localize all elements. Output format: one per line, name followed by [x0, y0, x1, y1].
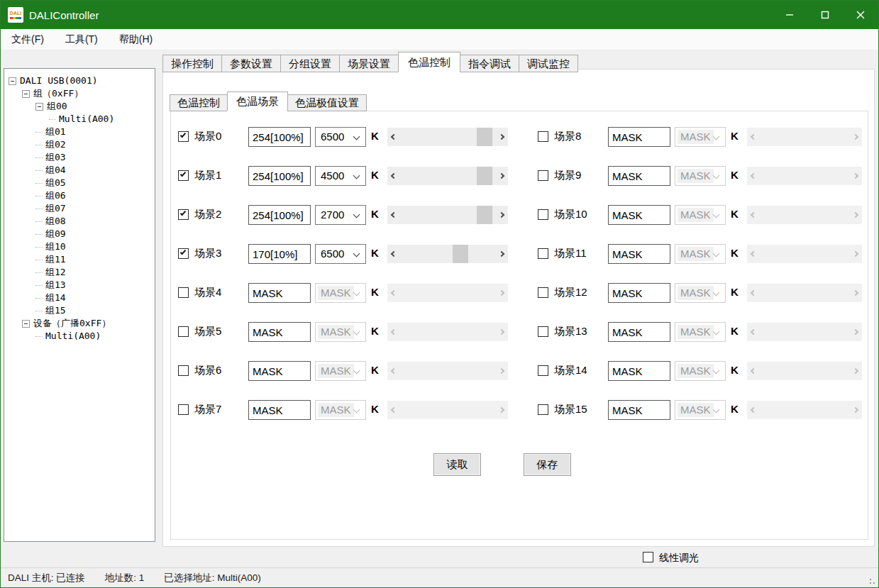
- main-tab[interactable]: 操作控制: [162, 55, 222, 72]
- scene-colortemp-select[interactable]: 6500: [315, 244, 366, 264]
- scene-checkbox[interactable]: [178, 131, 189, 142]
- scene-level-scrollbar[interactable]: [387, 245, 508, 263]
- scene-checkbox[interactable]: [178, 170, 189, 181]
- tree-node[interactable]: 组07: [4, 202, 155, 215]
- scroll-right-icon[interactable]: [850, 245, 862, 263]
- tree-node[interactable]: 组04: [4, 164, 155, 177]
- scroll-left-icon[interactable]: [747, 284, 759, 302]
- tree-node[interactable]: 组10: [4, 240, 155, 253]
- scene-level-input[interactable]: [248, 166, 311, 186]
- scene-level-scrollbar[interactable]: [387, 323, 508, 341]
- scene-level-input[interactable]: [248, 400, 311, 420]
- scene-level-scrollbar[interactable]: [747, 401, 862, 419]
- scroll-left-icon[interactable]: [747, 401, 759, 419]
- scroll-right-icon[interactable]: [496, 206, 508, 224]
- scroll-right-icon[interactable]: [850, 206, 862, 224]
- scene-level-input[interactable]: [608, 400, 670, 420]
- scene-checkbox[interactable]: [178, 287, 189, 298]
- scene-level-scrollbar[interactable]: [747, 323, 862, 341]
- scene-level-input[interactable]: [608, 205, 670, 225]
- scene-level-input[interactable]: [248, 244, 311, 264]
- scene-colortemp-select[interactable]: MASK: [675, 322, 726, 342]
- scene-colortemp-select[interactable]: MASK: [675, 244, 726, 264]
- menu-item[interactable]: 文件(F): [1, 29, 55, 50]
- scene-level-scrollbar[interactable]: [747, 206, 862, 224]
- scroll-left-icon[interactable]: [387, 206, 399, 224]
- scroll-left-icon[interactable]: [747, 362, 759, 380]
- scroll-left-icon[interactable]: [747, 245, 759, 263]
- menu-item[interactable]: 帮助(H): [109, 29, 163, 50]
- scene-level-input[interactable]: [608, 361, 670, 381]
- scene-checkbox[interactable]: [178, 248, 189, 259]
- scene-checkbox[interactable]: [538, 287, 548, 298]
- close-button[interactable]: [843, 1, 878, 29]
- scroll-left-icon[interactable]: [387, 167, 399, 185]
- scene-level-scrollbar[interactable]: [387, 284, 508, 302]
- scene-checkbox[interactable]: [538, 326, 548, 337]
- maximize-button[interactable]: [807, 1, 843, 29]
- tree-node[interactable]: 组00: [4, 100, 155, 113]
- scene-level-scrollbar[interactable]: [747, 167, 862, 185]
- tree-node[interactable]: 设备（广播0xFF）: [4, 317, 155, 330]
- tree-node[interactable]: DALI USB(0001): [4, 74, 155, 87]
- scene-checkbox[interactable]: [538, 404, 548, 415]
- scroll-left-icon[interactable]: [387, 284, 399, 302]
- scene-level-input[interactable]: [248, 283, 311, 303]
- scene-level-scrollbar[interactable]: [747, 245, 862, 263]
- scene-level-input[interactable]: [248, 361, 311, 381]
- tree-node[interactable]: 组（0xFF）: [4, 87, 155, 100]
- scrollbar-thumb[interactable]: [477, 128, 492, 146]
- tree-node[interactable]: 组14: [4, 292, 155, 304]
- minimize-button[interactable]: [772, 1, 807, 29]
- scene-colortemp-select[interactable]: 4500: [315, 166, 366, 186]
- scroll-left-icon[interactable]: [747, 167, 759, 185]
- save-button[interactable]: 保存: [524, 453, 571, 476]
- scene-level-input[interactable]: [608, 166, 670, 186]
- tree-node[interactable]: 组12: [4, 266, 155, 279]
- scene-level-scrollbar[interactable]: [387, 167, 508, 185]
- scene-colortemp-select[interactable]: MASK: [675, 205, 726, 225]
- scroll-left-icon[interactable]: [387, 323, 399, 341]
- scene-checkbox[interactable]: [178, 326, 189, 337]
- tree-node[interactable]: 组06: [4, 189, 155, 202]
- tree-node[interactable]: 组09: [4, 228, 155, 240]
- scroll-right-icon[interactable]: [850, 128, 862, 146]
- tree-node[interactable]: 组01: [4, 126, 155, 138]
- main-tab[interactable]: 分组设置: [280, 55, 340, 72]
- tree-expander-minus-icon[interactable]: [22, 320, 30, 328]
- scene-level-input[interactable]: [248, 205, 311, 225]
- tree-node[interactable]: Multi(A00): [4, 330, 155, 343]
- scroll-right-icon[interactable]: [850, 323, 862, 341]
- main-tab[interactable]: 场景设置: [339, 55, 399, 72]
- scene-level-input[interactable]: [608, 322, 670, 342]
- scene-checkbox[interactable]: [538, 131, 548, 142]
- scroll-right-icon[interactable]: [850, 362, 862, 380]
- linear-dimming-checkbox[interactable]: [643, 552, 653, 562]
- scene-checkbox[interactable]: [178, 404, 189, 415]
- scene-colortemp-select[interactable]: MASK: [675, 361, 726, 381]
- scene-level-scrollbar[interactable]: [387, 401, 508, 419]
- scroll-right-icon[interactable]: [850, 401, 862, 419]
- tree-expander-minus-icon[interactable]: [9, 77, 16, 85]
- scene-level-scrollbar[interactable]: [747, 362, 862, 380]
- scroll-right-icon[interactable]: [496, 401, 508, 419]
- scene-level-scrollbar[interactable]: [747, 128, 862, 146]
- scene-level-input[interactable]: [608, 283, 670, 303]
- scene-checkbox[interactable]: [538, 365, 548, 376]
- scroll-right-icon[interactable]: [496, 284, 508, 302]
- tree-node[interactable]: 组03: [4, 151, 155, 164]
- scroll-right-icon[interactable]: [850, 284, 862, 302]
- scroll-left-icon[interactable]: [747, 206, 759, 224]
- scroll-left-icon[interactable]: [387, 362, 399, 380]
- scroll-left-icon[interactable]: [387, 245, 399, 263]
- scrollbar-thumb[interactable]: [453, 245, 468, 263]
- sub-tab[interactable]: 色温场景: [227, 91, 288, 111]
- scene-level-scrollbar[interactable]: [387, 206, 508, 224]
- scene-level-input[interactable]: [248, 127, 311, 147]
- scroll-right-icon[interactable]: [496, 362, 508, 380]
- tree-node[interactable]: 组13: [4, 279, 155, 292]
- tree-node[interactable]: 组05: [4, 177, 155, 189]
- sub-tab[interactable]: 色温控制: [170, 94, 228, 111]
- scroll-left-icon[interactable]: [747, 128, 759, 146]
- scene-level-input[interactable]: [608, 127, 670, 147]
